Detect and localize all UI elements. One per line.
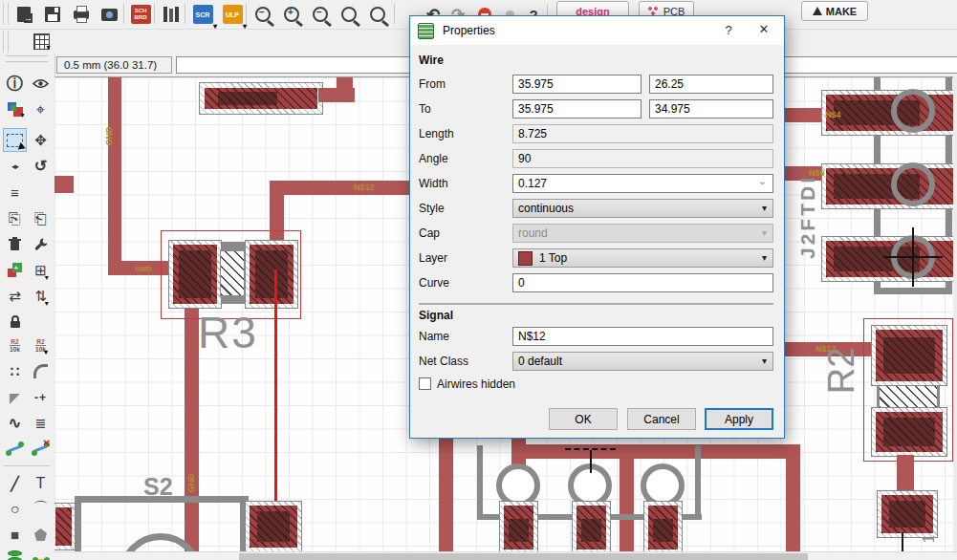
- meander-wave-tool-button[interactable]: ∿: [3, 411, 27, 435]
- j2-hole-2[interactable]: [891, 162, 935, 206]
- route-airwire-tool-button[interactable]: [3, 437, 27, 461]
- print-button[interactable]: [69, 2, 94, 27]
- save-button[interactable]: [40, 2, 65, 27]
- signal-section-heading: Signal: [419, 309, 453, 322]
- paste-tool-button[interactable]: ⎗: [29, 206, 53, 230]
- dialog-title: Properties: [443, 24, 495, 37]
- zoom-redraw-button[interactable]: [337, 2, 361, 27]
- change-tool-button[interactable]: [29, 232, 53, 256]
- lock-icon: [10, 315, 21, 329]
- library-button[interactable]: [159, 2, 184, 27]
- open-export-button[interactable]: [11, 2, 36, 27]
- make-service-button[interactable]: MAKE: [801, 1, 868, 21]
- gnd-trace-vertical[interactable]: [108, 77, 121, 270]
- trace-left-stub[interactable]: [54, 176, 74, 193]
- from-x-input[interactable]: 35.975: [512, 75, 642, 94]
- trace-bottom-right-vertical[interactable]: [786, 444, 800, 552]
- wire-tool-button[interactable]: ╱: [3, 471, 27, 495]
- ripup-tool-button[interactable]: ✕: [29, 437, 53, 461]
- delete-tool-button[interactable]: [3, 232, 27, 256]
- horizontal-scrollbar[interactable]: [54, 551, 957, 560]
- rect-tool-button[interactable]: ■: [3, 523, 27, 547]
- to-y-input[interactable]: 34.975: [649, 99, 773, 118]
- replace-tool-button[interactable]: ⊞: [29, 258, 53, 282]
- text-tool-button[interactable]: T: [29, 471, 53, 495]
- n4-trace[interactable]: [782, 108, 826, 122]
- polygon-tool-button[interactable]: [29, 523, 53, 547]
- route-tool-button[interactable]: [29, 359, 53, 383]
- net-class-dropdown[interactable]: 0 default: [512, 352, 773, 371]
- gateswap-tool-button[interactable]: ⇅: [29, 284, 53, 308]
- connector-pad-2[interactable]: [572, 501, 611, 552]
- cap-dropdown-disabled: round: [512, 224, 773, 243]
- dialog-close-button[interactable]: ✕: [756, 22, 772, 36]
- ok-button[interactable]: OK: [549, 408, 618, 430]
- zoom-out-button[interactable]: [308, 2, 333, 27]
- smd-pad[interactable]: [199, 82, 323, 115]
- name-tool-button[interactable]: R210k: [3, 334, 27, 357]
- show-tool-button[interactable]: [29, 72, 53, 96]
- value-tool-button[interactable]: R210k: [29, 334, 53, 357]
- cancel-button[interactable]: Cancel: [627, 408, 696, 430]
- horizontal-scrollbar-thumb[interactable]: [239, 553, 808, 560]
- dialog-help-button[interactable]: ?: [721, 23, 736, 37]
- r2-stub-trace[interactable]: [897, 455, 914, 495]
- signal-name-input[interactable]: N$12: [512, 327, 773, 346]
- signal-tool-button[interactable]: [29, 548, 53, 560]
- run-ulp-button[interactable]: ULP: [220, 2, 245, 27]
- layer-dropdown[interactable]: 1 Top: [512, 248, 773, 268]
- zoom-in-button[interactable]: [279, 2, 304, 27]
- toolbar-drag-handle[interactable]: [3, 31, 9, 53]
- zoom-select-button[interactable]: [365, 2, 390, 27]
- style-dropdown[interactable]: continuous: [512, 199, 773, 218]
- miter-tool-button[interactable]: ◤: [3, 385, 27, 409]
- gnd-trace-down[interactable]: [185, 305, 199, 552]
- dialog-titlebar[interactable]: Properties ? ✕: [410, 16, 784, 45]
- trace-bottom-mid-vertical[interactable]: [620, 451, 634, 552]
- j2-hole-1[interactable]: [891, 89, 935, 133]
- toolbar-drag-handle[interactable]: [3, 3, 9, 25]
- grid-settings-button[interactable]: [29, 29, 54, 54]
- vertical-scrollbar[interactable]: [953, 76, 957, 551]
- align-tool-button[interactable]: ≡: [3, 181, 27, 205]
- s2-pad-2[interactable]: [245, 501, 302, 552]
- meander-tool-button[interactable]: ∷: [3, 359, 27, 383]
- via-tool-button[interactable]: [3, 548, 27, 560]
- from-y-input[interactable]: 26.25: [649, 75, 773, 94]
- trace-bottom-left-vertical[interactable]: [439, 436, 453, 552]
- arc-tool-button[interactable]: ⌒: [29, 497, 53, 521]
- connector-pad-1[interactable]: [499, 501, 538, 552]
- rotate-tool-button[interactable]: ↺: [29, 154, 53, 178]
- info-tool-button[interactable]: ⓘ: [3, 72, 27, 96]
- trace-bottom-horizontal[interactable]: [511, 444, 800, 459]
- split-tool-button[interactable]: -+: [29, 385, 53, 409]
- net-class-label: Net Class: [419, 355, 468, 368]
- apply-button[interactable]: Apply: [705, 408, 773, 430]
- move-tool-button[interactable]: ✥: [29, 128, 53, 152]
- ratsnest-tool-button[interactable]: ≣: [29, 411, 53, 435]
- group-select-tool-button[interactable]: [3, 128, 27, 152]
- to-x-input[interactable]: 35.975: [512, 99, 642, 118]
- width-combobox[interactable]: 0.127: [512, 174, 773, 193]
- selected-wire-n12[interactable]: [274, 269, 277, 526]
- run-script-button[interactable]: SCR: [190, 2, 215, 27]
- layer-settings-button[interactable]: [3, 97, 27, 121]
- airwires-hidden-checkbox[interactable]: [419, 377, 431, 390]
- schematic-board-switch-button[interactable]: SCH BRD: [128, 2, 153, 27]
- copy-tool-button[interactable]: ⎘: [3, 206, 27, 230]
- export-image-button[interactable]: [97, 2, 121, 27]
- curve-input[interactable]: 0: [512, 273, 773, 292]
- connector-pad-3[interactable]: [643, 501, 683, 552]
- lock-tool-button[interactable]: [3, 310, 27, 334]
- s2-pad-1[interactable]: [54, 503, 76, 550]
- mark-origin-button[interactable]: ⌖: [29, 97, 53, 121]
- zoom-fit-button[interactable]: [250, 2, 275, 27]
- palette-drag-handle[interactable]: [6, 55, 48, 62]
- circle-tool-button[interactable]: ○: [3, 497, 27, 521]
- pad-core: [581, 519, 601, 542]
- mirror-tool-button[interactable]: ◂▸: [3, 154, 27, 178]
- add-part-button[interactable]: +: [3, 258, 27, 282]
- via-icon: [8, 550, 22, 560]
- pinswap-tool-button[interactable]: ⇄: [3, 284, 27, 308]
- trace-top-vertical[interactable]: [337, 77, 353, 95]
